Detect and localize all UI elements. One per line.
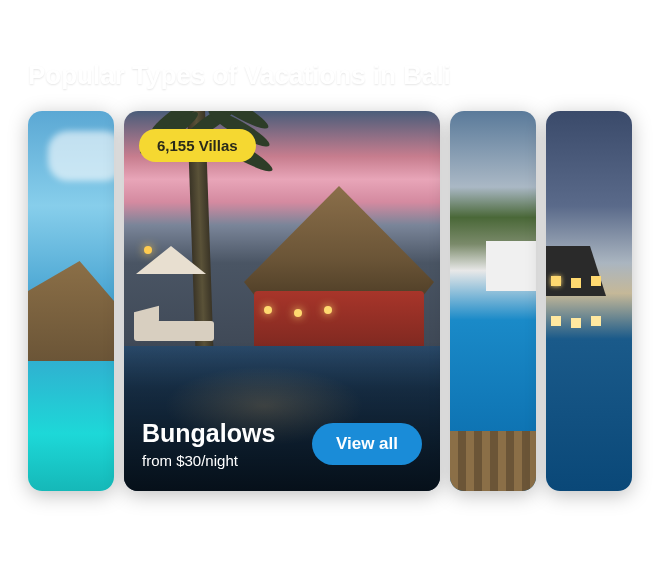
villa-card-prev[interactable] (28, 111, 114, 491)
section-title: Popular Types of Vacations in Bali (28, 60, 660, 91)
villa-carousel[interactable]: 6,155 Villas Bungalows from $30/night Vi… (28, 111, 660, 491)
villa-card-next-2[interactable] (546, 111, 632, 491)
view-all-button[interactable]: View all (312, 423, 422, 465)
villa-card-next[interactable] (450, 111, 536, 491)
villa-types-section: Popular Types of Vacations in Bali 6,155… (0, 0, 660, 531)
villa-price: from $30/night (142, 452, 275, 469)
villa-count-badge: 6,155 Villas (139, 129, 256, 162)
villa-card-featured[interactable]: 6,155 Villas Bungalows from $30/night Vi… (124, 111, 440, 491)
villa-type-title: Bungalows (142, 419, 275, 448)
